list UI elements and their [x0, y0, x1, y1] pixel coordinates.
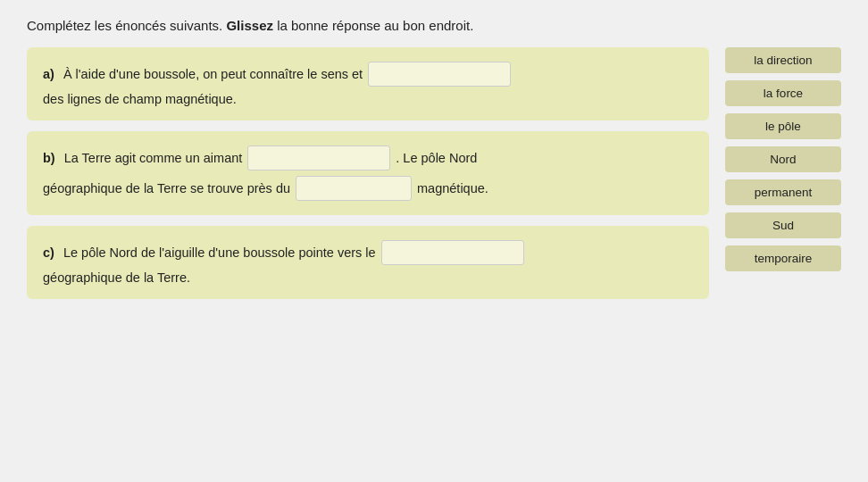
answers-column: la direction la force le pôle Nord perma…	[725, 47, 841, 271]
question-c-box: c) Le pôle Nord de l'aiguille d'une bous…	[27, 226, 709, 299]
instruction: Complétez les énoncés suivants. Glissez …	[27, 18, 841, 33]
question-b-line1: b) La Terre agit comme un aimant . Le pô…	[43, 145, 693, 170]
answer-la-direction[interactable]: la direction	[725, 47, 841, 73]
question-b-dropbox1[interactable]	[247, 145, 390, 170]
instruction-text2: la bonne réponse au bon endroit.	[277, 18, 473, 33]
answer-nord[interactable]: Nord	[725, 146, 841, 172]
question-c-dropbox1[interactable]	[381, 240, 524, 265]
question-a-text2: des lignes de champ magnétique.	[43, 92, 237, 106]
question-a-dropbox1[interactable]	[368, 62, 511, 87]
question-b-line2: géographique de la Terre se trouve près …	[43, 176, 693, 201]
question-a-line2: des lignes de champ magnétique.	[43, 92, 693, 106]
instruction-text: Complétez les énoncés suivants.	[27, 18, 222, 33]
question-b-text1: La Terre agit comme un aimant	[64, 151, 243, 165]
question-b-text3: géographique de la Terre se trouve près …	[43, 181, 290, 195]
question-c-text2: géographique de la Terre.	[43, 270, 190, 285]
question-b-dropbox2[interactable]	[296, 176, 412, 201]
question-b-label: b)	[43, 151, 55, 165]
instruction-bold: Glissez	[226, 18, 273, 33]
question-c-label: c)	[43, 245, 54, 260]
question-a-line1: a) À l'aide d'une boussole, on peut conn…	[43, 62, 693, 87]
question-c-line2: géographique de la Terre.	[43, 270, 693, 285]
question-a-label: a)	[43, 67, 54, 81]
question-b-text2: . Le pôle Nord	[396, 151, 477, 165]
answer-permanent[interactable]: permanent	[725, 179, 841, 205]
question-c-line1: c) Le pôle Nord de l'aiguille d'une bous…	[43, 240, 693, 265]
answer-le-pole[interactable]: le pôle	[725, 113, 841, 139]
answer-temporaire[interactable]: temporaire	[725, 245, 841, 271]
question-b-box: b) La Terre agit comme un aimant . Le pô…	[27, 131, 709, 215]
main-content: a) À l'aide d'une boussole, on peut conn…	[27, 47, 841, 299]
question-a-box: a) À l'aide d'une boussole, on peut conn…	[27, 47, 709, 120]
questions-column: a) À l'aide d'une boussole, on peut conn…	[27, 47, 709, 299]
answer-sud[interactable]: Sud	[725, 212, 841, 238]
question-c-text1: Le pôle Nord de l'aiguille d'une boussol…	[63, 245, 376, 260]
question-a-text1: À l'aide d'une boussole, on peut connaît…	[63, 67, 363, 81]
question-b-text4: magnétique.	[417, 181, 488, 195]
answer-la-force[interactable]: la force	[725, 80, 841, 106]
